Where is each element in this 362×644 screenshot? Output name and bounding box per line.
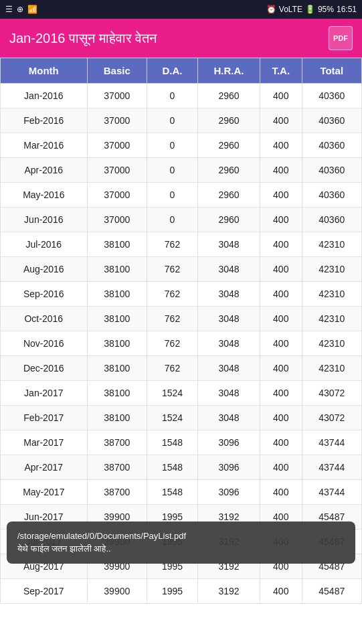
cell-6-4: 400 <box>260 232 302 257</box>
cell-10-2: 762 <box>147 331 197 356</box>
cell-9-0: Oct-2016 <box>1 307 88 331</box>
table-row: Aug-201638100762304840042310 <box>1 257 362 282</box>
cell-2-1: 37000 <box>87 133 147 158</box>
cell-1-3: 2960 <box>198 108 260 133</box>
cell-15-4: 400 <box>260 455 302 480</box>
col-month: Month <box>1 58 88 84</box>
cell-7-3: 3048 <box>198 257 260 282</box>
cell-7-0: Aug-2016 <box>1 257 88 282</box>
table-row: Jan-2016370000296040040360 <box>1 84 362 108</box>
cell-11-5: 42310 <box>302 356 361 381</box>
cell-15-2: 1548 <box>147 455 197 480</box>
cell-10-1: 38100 <box>87 331 147 356</box>
cell-11-3: 3048 <box>198 356 260 381</box>
table-row: Mar-2016370000296040040360 <box>1 133 362 158</box>
table-row: Dec-201638100762304840042310 <box>1 356 362 381</box>
table-header-row: Month Basic D.A. H.R.A. T.A. Total <box>1 58 362 84</box>
cell-13-4: 400 <box>260 406 302 430</box>
table-row: Sep-201638100762304840042310 <box>1 282 362 307</box>
cell-11-4: 400 <box>260 356 302 381</box>
col-total: Total <box>302 58 361 84</box>
cell-2-2: 0 <box>147 133 197 158</box>
cell-3-3: 2960 <box>198 158 260 183</box>
cell-3-0: Apr-2016 <box>1 158 88 183</box>
cell-7-5: 42310 <box>302 257 361 282</box>
cell-10-4: 400 <box>260 331 302 356</box>
app-header: Jan-2016 पासून माहेवार वेतन PDF <box>0 19 362 58</box>
cell-14-2: 1548 <box>147 430 197 455</box>
cell-8-2: 762 <box>147 282 197 307</box>
cell-14-4: 400 <box>260 430 302 455</box>
cell-4-5: 40360 <box>302 183 361 208</box>
cell-0-2: 0 <box>147 84 197 108</box>
cell-6-0: Jul-2016 <box>1 232 88 257</box>
table-row: Mar-2017387001548309640043744 <box>1 430 362 455</box>
table-row: Jan-2017381001524304840043072 <box>1 381 362 406</box>
cell-20-2: 1995 <box>147 579 197 604</box>
cell-20-0: Sep-2017 <box>1 579 88 604</box>
cell-6-3: 3048 <box>198 232 260 257</box>
cell-6-1: 38100 <box>87 232 147 257</box>
cell-5-5: 40360 <box>302 208 361 232</box>
cell-1-1: 37000 <box>87 108 147 133</box>
cell-14-0: Mar-2017 <box>1 430 88 455</box>
cell-7-2: 762 <box>147 257 197 282</box>
cell-13-1: 38100 <box>87 406 147 430</box>
alarm-icon: ⏰ <box>266 5 276 14</box>
cell-8-0: Sep-2016 <box>1 282 88 307</box>
table-row: Apr-2017387001548309640043744 <box>1 455 362 480</box>
cell-15-3: 3096 <box>198 455 260 480</box>
cell-0-4: 400 <box>260 84 302 108</box>
pdf-export-button[interactable]: PDF <box>329 26 353 50</box>
cell-4-3: 2960 <box>198 183 260 208</box>
cell-10-3: 3048 <box>198 331 260 356</box>
cell-5-1: 37000 <box>87 208 147 232</box>
table-row: Oct-201638100762304840042310 <box>1 307 362 331</box>
cell-15-5: 43744 <box>302 455 361 480</box>
cell-4-1: 37000 <box>87 183 147 208</box>
status-left-icons: ☰ ⊕ 📶 <box>5 5 37 14</box>
cell-5-3: 2960 <box>198 208 260 232</box>
toast-path: /storage/emulated/0/Documents/PayList.pd… <box>17 531 345 541</box>
cell-12-2: 1524 <box>147 381 197 406</box>
cell-13-3: 3048 <box>198 406 260 430</box>
col-basic: Basic <box>87 58 147 84</box>
col-ta: T.A. <box>260 58 302 84</box>
table-row: Jun-2016370000296040040360 <box>1 208 362 232</box>
cell-8-1: 38100 <box>87 282 147 307</box>
battery-icon: 🔋 <box>305 5 315 14</box>
cell-1-5: 40360 <box>302 108 361 133</box>
cell-10-0: Nov-2016 <box>1 331 88 356</box>
cell-9-1: 38100 <box>87 307 147 331</box>
cell-9-4: 400 <box>260 307 302 331</box>
cell-14-5: 43744 <box>302 430 361 455</box>
cell-0-3: 2960 <box>198 84 260 108</box>
cell-20-4: 400 <box>260 579 302 604</box>
cell-11-2: 762 <box>147 356 197 381</box>
cell-13-5: 43072 <box>302 406 361 430</box>
cell-12-0: Jan-2017 <box>1 381 88 406</box>
cell-6-5: 42310 <box>302 232 361 257</box>
cell-9-5: 42310 <box>302 307 361 331</box>
menu-icon: ☰ <box>5 5 13 14</box>
cell-2-3: 2960 <box>198 133 260 158</box>
cell-16-0: May-2017 <box>1 480 88 505</box>
cell-9-3: 3048 <box>198 307 260 331</box>
cell-1-2: 0 <box>147 108 197 133</box>
toast-message: येथे फाईल जतन झालेली आहे.. <box>17 544 345 554</box>
table-row: Feb-2017381001524304840043072 <box>1 406 362 430</box>
cell-16-1: 38700 <box>87 480 147 505</box>
cell-12-5: 43072 <box>302 381 361 406</box>
col-hra: H.R.A. <box>198 58 260 84</box>
cell-12-4: 400 <box>260 381 302 406</box>
cell-20-5: 45487 <box>302 579 361 604</box>
cell-5-2: 0 <box>147 208 197 232</box>
cell-11-0: Dec-2016 <box>1 356 88 381</box>
cell-3-1: 37000 <box>87 158 147 183</box>
status-bar: ☰ ⊕ 📶 ⏰ VoLTE 🔋 95% 16:51 <box>0 0 362 19</box>
cell-14-1: 38700 <box>87 430 147 455</box>
cell-0-5: 40360 <box>302 84 361 108</box>
cell-13-2: 1524 <box>147 406 197 430</box>
cell-2-4: 400 <box>260 133 302 158</box>
cell-4-4: 400 <box>260 183 302 208</box>
